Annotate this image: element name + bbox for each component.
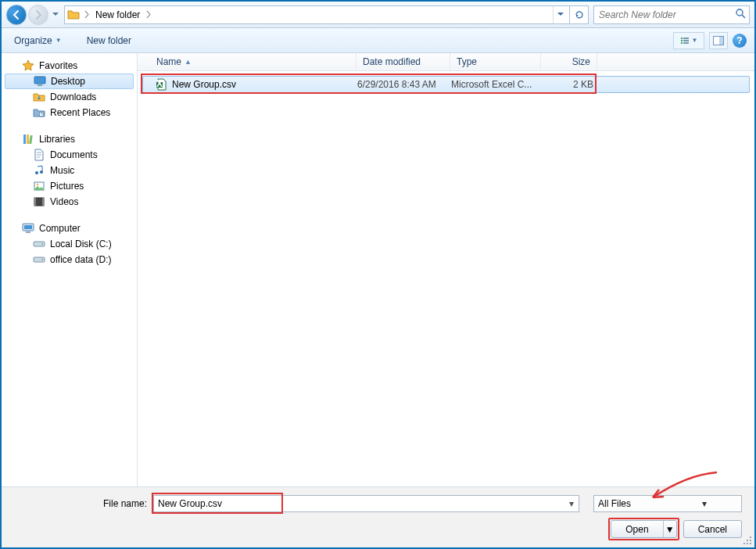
sidebar-group-libraries[interactable]: Libraries — [2, 131, 137, 147]
new-folder-button[interactable]: New folder — [82, 32, 136, 49]
open-button-dropdown[interactable]: ▼ — [664, 524, 676, 535]
sidebar-item-music[interactable]: Music — [2, 163, 137, 178]
column-label: Name — [156, 56, 181, 67]
help-button[interactable]: ? — [733, 34, 747, 48]
list-view-icon — [680, 36, 690, 45]
column-size[interactable]: Size — [541, 53, 597, 70]
svg-rect-14 — [27, 135, 29, 144]
search-box[interactable] — [593, 5, 750, 24]
search-input[interactable] — [597, 9, 735, 21]
open-file-dialog: New folder Organize ▼ New fol — [0, 0, 756, 549]
computer-icon — [22, 222, 34, 235]
column-type[interactable]: Type — [450, 53, 541, 70]
sidebar-item-videos[interactable]: Videos — [2, 194, 137, 210]
file-name: New Group.csv — [172, 79, 236, 90]
open-button[interactable]: Open ▼ — [611, 520, 676, 538]
preview-pane-button[interactable] — [709, 32, 728, 49]
folder-icon — [67, 9, 80, 21]
file-modified: 6/29/2016 8:43 AM — [357, 79, 436, 90]
navigation-bar: New folder — [2, 2, 754, 28]
sidebar-label: Downloads — [50, 92, 96, 102]
file-type-filter[interactable]: All Files ▾ — [593, 495, 742, 512]
svg-rect-4 — [681, 42, 683, 44]
svg-text:X: X — [156, 78, 163, 89]
chevron-down-icon: ▼ — [692, 37, 698, 44]
documents-icon — [33, 149, 45, 161]
sidebar-item-office-data-d[interactable]: office data (D:) — [2, 252, 137, 267]
sidebar-item-local-disk-c[interactable]: Local Disk (C:) — [2, 236, 137, 252]
sidebar-item-documents[interactable]: Documents — [2, 147, 137, 163]
svg-line-1 — [742, 15, 745, 18]
breadcrumb-item[interactable]: New folder — [92, 6, 143, 23]
videos-icon — [33, 196, 45, 208]
svg-rect-11 — [38, 84, 42, 86]
file-rows: X New Group.csv 6/29/2016 8:43 AM Micros… — [138, 71, 754, 486]
refresh-button[interactable] — [570, 5, 589, 24]
organize-menu[interactable]: Organize ▼ — [9, 32, 66, 49]
cancel-button-label: Cancel — [698, 524, 727, 535]
help-icon: ? — [736, 35, 742, 46]
libraries-icon — [22, 133, 34, 145]
sidebar-item-downloads[interactable]: Downloads — [2, 89, 137, 105]
sidebar-label: Music — [50, 165, 74, 176]
search-icon[interactable] — [735, 8, 746, 21]
filter-label: All Files — [594, 498, 668, 509]
new-folder-label: New folder — [87, 35, 131, 46]
breadcrumb-chevron-icon[interactable] — [143, 6, 154, 23]
column-label: Size — [572, 56, 590, 67]
chevron-down-icon[interactable]: ▾ — [564, 498, 579, 509]
svg-rect-15 — [29, 135, 33, 144]
recent-locations-dropdown[interactable] — [50, 5, 61, 25]
breadcrumb-dropdown[interactable] — [553, 6, 567, 23]
forward-button[interactable] — [28, 5, 48, 25]
sidebar-item-recent-places[interactable]: Recent Places — [2, 105, 137, 120]
file-size: 2 KB — [573, 79, 593, 90]
sidebar-label: Computer — [39, 223, 81, 234]
column-label: Type — [457, 56, 477, 67]
navigation-sidebar: Favorites Desktop Downloads Recent Place… — [2, 53, 138, 486]
resize-grip[interactable] — [742, 535, 751, 544]
sidebar-item-pictures[interactable]: Pictures — [2, 178, 137, 194]
svg-rect-7 — [683, 42, 689, 44]
column-headers: Name ▲ Date modified Type Size — [138, 53, 754, 71]
column-date-modified[interactable]: Date modified — [357, 53, 450, 70]
sidebar-group-favorites[interactable]: Favorites — [2, 58, 137, 74]
svg-rect-9 — [719, 37, 723, 45]
main-area: Favorites Desktop Downloads Recent Place… — [2, 53, 754, 486]
breadcrumb-bar[interactable]: New folder — [64, 5, 570, 24]
drive-icon — [33, 238, 45, 250]
sidebar-group-computer[interactable]: Computer — [2, 221, 137, 236]
preview-pane-icon — [713, 36, 724, 45]
file-row[interactable]: X New Group.csv 6/29/2016 8:43 AM Micros… — [142, 76, 750, 93]
svg-point-17 — [40, 170, 43, 174]
breadcrumb-chevron-icon[interactable] — [81, 6, 92, 23]
svg-point-27 — [41, 243, 43, 245]
view-options-button[interactable]: ▼ — [673, 32, 704, 49]
svg-rect-6 — [683, 40, 689, 41]
svg-rect-25 — [26, 231, 30, 233]
column-name[interactable]: Name ▲ — [150, 53, 357, 70]
svg-rect-13 — [23, 135, 26, 144]
svg-rect-24 — [24, 225, 32, 229]
downloads-icon — [33, 91, 45, 103]
sidebar-label: Desktop — [51, 76, 85, 87]
sidebar-label: Libraries — [39, 134, 75, 145]
footer: File name: ▾ All Files ▾ Open ▼ Cancel — [2, 486, 754, 547]
column-label: Date modified — [363, 56, 421, 67]
excel-file-icon: X — [156, 78, 168, 91]
organize-label: Organize — [14, 35, 52, 46]
file-name-combobox[interactable]: ▾ — [153, 495, 579, 512]
desktop-icon — [34, 75, 46, 88]
file-name-input[interactable] — [154, 498, 564, 509]
file-type: Microsoft Excel C... — [451, 79, 532, 90]
cancel-button[interactable]: Cancel — [683, 520, 742, 538]
svg-rect-5 — [683, 38, 689, 39]
pictures-icon — [33, 180, 45, 192]
chevron-down-icon: ▾ — [668, 498, 741, 509]
chevron-down-icon: ▼ — [56, 37, 62, 44]
sidebar-label: Videos — [50, 196, 78, 207]
sidebar-item-desktop[interactable]: Desktop — [5, 74, 134, 89]
sidebar-label: Recent Places — [50, 107, 110, 118]
svg-point-0 — [736, 9, 743, 16]
back-button[interactable] — [6, 5, 27, 25]
